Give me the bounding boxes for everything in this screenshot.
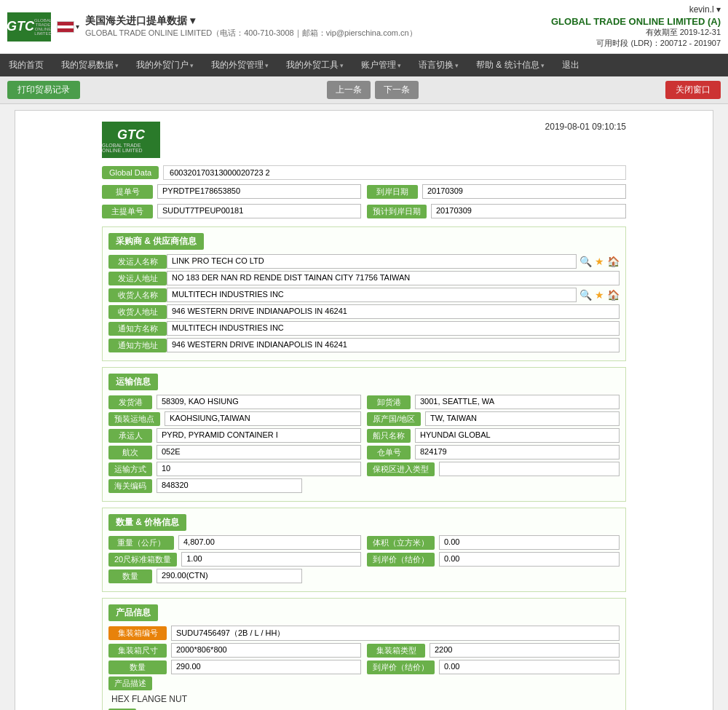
account-label[interactable]: kevin.l ▾: [551, 4, 721, 15]
customs-label: 海关编码: [108, 479, 152, 493]
logo-sub: GLOBAL TRADE ONLINE LIMITED: [34, 18, 52, 36]
global-data-row: Global Data 600320170313000020723 2: [102, 165, 626, 180]
loading-place-field: 预装运地点 KAOHSIUNG,TAIWAN: [108, 411, 361, 426]
shipper-star-icon[interactable]: ★: [595, 256, 604, 267]
carrier-value: PYRD, PYRAMID CONTAINER I: [157, 428, 361, 443]
product-title: 产品信息: [108, 604, 158, 621]
port-row: 发货港 58309, KAO HSIUNG 卸货港 3001, SEATTLE,…: [108, 395, 620, 409]
document-box: GTC GLOBAL TRADE ONLINE LIMITED 2019-08-…: [15, 110, 713, 710]
nav-items: 我的首页 我的贸易数据 ▾ 我的外贸门户 ▾ 我的外贸管理 ▾ 我的外贸工具 ▾…: [0, 54, 588, 76]
arrival-price-field: 到岸价（结价） 0.00: [367, 552, 620, 567]
shipper-name-value: LINK PRO TECH CO LTD: [167, 254, 577, 269]
site-title: 美国海关进口提单数据 ▾: [85, 15, 417, 28]
header-right: kevin.l ▾ GLOBAL TRADE ONLINE LIMITED (A…: [551, 4, 721, 49]
warehouse-label: 仓单号: [367, 446, 411, 459]
consignee-star-icon[interactable]: ★: [595, 289, 604, 301]
print-button-top[interactable]: 打印贸易记录: [7, 81, 80, 99]
close-button-top[interactable]: 关闭窗口: [665, 81, 721, 99]
transport-label: 运输方式: [108, 462, 152, 476]
consignee-search-icon[interactable]: 🔍: [579, 289, 592, 301]
nav-trade-data[interactable]: 我的贸易数据 ▾: [52, 54, 127, 76]
nav-portal[interactable]: 我的外贸门户 ▾: [127, 54, 202, 76]
container20-value: 1.00: [181, 552, 361, 567]
global-data-value: 600320170313000020723 2: [163, 165, 626, 180]
valid-until: 有效期至 2019-12-31: [551, 27, 721, 38]
nav-help[interactable]: 帮助 & 统计信息 ▾: [467, 54, 553, 76]
estimated-date-label: 预计到岸日期: [367, 205, 427, 218]
voyage-label: 航次: [108, 446, 152, 459]
departure-port-value: 58309, KAO HSIUNG: [157, 395, 361, 409]
product-price-value: 0.00: [439, 660, 620, 674]
bonded-value: [439, 462, 620, 476]
shipper-name-row: 发运人名称 LINK PRO TECH CO LTD 🔍 ★ 🏠: [108, 254, 620, 269]
main-content: GTC GLOBAL TRADE ONLINE LIMITED 2019-08-…: [0, 104, 728, 710]
flag-icon: [57, 21, 74, 33]
origin-country-field: 原产国/地区 TW, TAIWAN: [367, 411, 620, 426]
next-button-top[interactable]: 下一条: [375, 81, 419, 99]
notify-addr-row: 通知方地址 946 WESTERN DRIVE INDIANAPOLIS IN …: [108, 338, 620, 352]
arrival-date-field: 到岸日期 20170309: [367, 184, 626, 199]
site-info: 美国海关进口提单数据 ▾ GLOBAL TRADE ONLINE LIMITED…: [85, 15, 417, 39]
voyage-value: 052E: [157, 445, 361, 459]
quantity-section: 数量 & 价格信息 重量（公斤） 4,807.00 体积（立方米） 0.00 2: [102, 508, 626, 592]
consignee-name-value: MULTITECH INDUSTRIES INC: [167, 288, 577, 302]
qty-row: 数量 290.00(CTN): [108, 569, 620, 583]
bill-no-value: PYRDTPE178653850: [157, 184, 361, 199]
logo-gtc: GTC: [7, 19, 34, 34]
product-qty-label: 数量: [108, 660, 167, 674]
shipper-addr-value: NO 183 DER NAN RD RENDE DIST TAINAN CITY…: [167, 271, 620, 285]
shipper-home-icon[interactable]: 🏠: [607, 256, 620, 267]
bonded-field: 保税区进入类型: [367, 462, 620, 476]
consignee-addr-value: 946 WESTERN DRIVE INDIANAPOLIS IN 46241: [167, 304, 620, 319]
nav-manage[interactable]: 我的外贸管理 ▾: [202, 54, 277, 76]
volume-field: 体积（立方米） 0.00: [367, 535, 620, 550]
consignee-home-icon[interactable]: 🏠: [607, 289, 620, 301]
nav-tools[interactable]: 我的外贸工具 ▾: [277, 54, 352, 76]
consignee-addr-label: 收货人地址: [108, 305, 167, 319]
transport-value: 10: [157, 462, 361, 476]
logo: GTC GLOBAL TRADE ONLINE LIMITED: [7, 12, 51, 42]
weight-field: 重量（公斤） 4,807.00: [108, 535, 361, 550]
product-desc-value: HEX FLANGE NUT: [108, 693, 620, 706]
loading-place-value: KAOHSIUNG,TAIWAN: [165, 411, 361, 426]
notify-addr-label: 通知方地址: [108, 339, 167, 352]
product-desc-section: 产品描述 HEX FLANGE NUT: [108, 677, 620, 706]
arrival-price-label: 到岸价（结价）: [367, 553, 435, 567]
container-type-label: 集装箱类型: [367, 644, 425, 658]
weight-label: 重量（公斤）: [108, 536, 174, 550]
customs-value: 848320: [157, 478, 302, 493]
prev-button-top[interactable]: 上一条: [327, 81, 371, 99]
main-bill-field: 主提单号 SUDUT7TPEUP00181: [102, 204, 361, 218]
nav-account[interactable]: 账户管理 ▾: [352, 54, 410, 76]
shipping-section: 运输信息 发货港 58309, KAO HSIUNG 卸货港 3001, SEA…: [102, 367, 626, 502]
container-size-value: 2000*806*800: [171, 643, 361, 658]
origin-country-value: TW, TAIWAN: [425, 411, 620, 426]
container-size-field: 集装箱尺寸 2000*806*800: [108, 643, 361, 658]
arrival-port-field: 卸货港 3001, SEATTLE, WA: [367, 395, 620, 409]
bill-row: 提单号 PYRDTPE178653850 到岸日期 20170309: [102, 184, 626, 201]
transport-row: 运输方式 10 保税区进入类型: [108, 462, 620, 476]
container-row: 20尺标准箱数量 1.00 到岸价（结价） 0.00: [108, 552, 620, 567]
volume-value: 0.00: [439, 535, 620, 550]
arrival-port-value: 3001, SEATTLE, WA: [415, 395, 620, 409]
nav-home[interactable]: 我的首页: [0, 54, 52, 76]
nav-language[interactable]: 语言切换 ▾: [410, 54, 467, 76]
bill-no-label: 提单号: [102, 185, 153, 199]
shipper-search-icon[interactable]: 🔍: [579, 256, 592, 267]
vessel-value: HYUNDAI GLOBAL: [415, 428, 620, 443]
global-data-label: Global Data: [102, 166, 159, 179]
header-left: GTC GLOBAL TRADE ONLINE LIMITED ▾ 美国海关进口…: [7, 12, 417, 42]
product-desc-label: 产品描述: [108, 677, 152, 690]
transport-field: 运输方式 10: [108, 462, 361, 476]
header: GTC GLOBAL TRADE ONLINE LIMITED ▾ 美国海关进口…: [0, 0, 728, 54]
quantity-label: 数量: [108, 569, 152, 583]
warehouse-value: 824179: [415, 445, 620, 459]
nav-bar: 我的首页 我的贸易数据 ▾ 我的外贸门户 ▾ 我的外贸管理 ▾ 我的外贸工具 ▾…: [0, 54, 728, 76]
doc-logo: GTC GLOBAL TRADE ONLINE LIMITED: [102, 122, 160, 158]
company-name: GLOBAL TRADE ONLINE LIMITED (A): [551, 16, 721, 27]
container-type-field: 集装箱类型 2200: [367, 643, 620, 658]
container20-label: 20尺标准箱数量: [108, 553, 177, 567]
container-type-value: 2200: [430, 643, 620, 658]
nav-logout[interactable]: 退出: [553, 54, 588, 76]
doc-timestamp: 2019-08-01 09:10:15: [545, 122, 626, 132]
